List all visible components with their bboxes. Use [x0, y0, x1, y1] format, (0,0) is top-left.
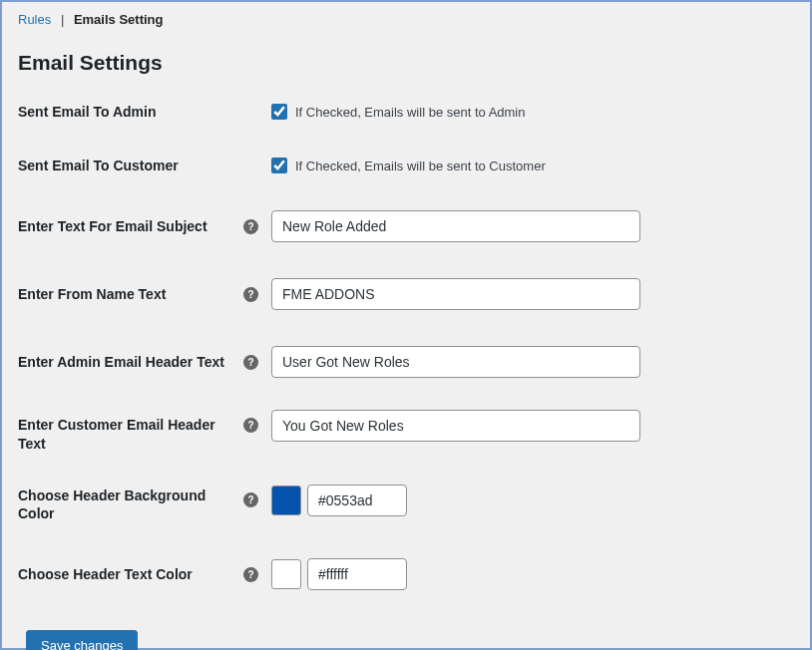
page-title: Email Settings: [2, 33, 810, 85]
row-sent-email-admin: Sent Email To Admin If Checked, Emails w…: [18, 85, 794, 139]
input-from-name[interactable]: [271, 278, 640, 310]
desc-sent-email-customer: If Checked, Emails will be sent to Custo…: [295, 159, 546, 173]
label-header-text-color: Choose Header Text Color: [18, 565, 243, 583]
row-email-subject: Enter Text For Email Subject ?: [18, 192, 794, 260]
input-email-subject[interactable]: [271, 210, 640, 242]
row-from-name: Enter From Name Text ?: [18, 260, 794, 328]
label-from-name: Enter From Name Text: [18, 285, 243, 303]
label-admin-header: Enter Admin Email Header Text: [18, 353, 243, 371]
input-admin-header[interactable]: [271, 346, 640, 378]
save-button[interactable]: Save changes: [26, 630, 138, 650]
row-header-text-color: Choose Header Text Color ?: [18, 540, 794, 608]
input-header-text-color[interactable]: [307, 558, 407, 590]
tab-separator: |: [61, 12, 64, 27]
email-settings-panel: Rules | Emails Setting Email Settings Se…: [0, 0, 812, 650]
tab-rules[interactable]: Rules: [18, 12, 51, 27]
help-icon[interactable]: ?: [243, 567, 258, 582]
tab-emails-setting[interactable]: Emails Setting: [74, 12, 164, 27]
help-icon[interactable]: ?: [243, 219, 258, 234]
checkbox-sent-email-admin[interactable]: [271, 104, 287, 120]
help-icon[interactable]: ?: [243, 287, 258, 302]
input-customer-header[interactable]: [271, 410, 640, 442]
help-icon[interactable]: ?: [243, 355, 258, 370]
label-email-subject: Enter Text For Email Subject: [18, 217, 243, 235]
settings-form: Sent Email To Admin If Checked, Emails w…: [2, 85, 810, 608]
label-customer-header: Enter Customer Email Header Text: [18, 410, 243, 452]
help-icon[interactable]: ?: [243, 492, 258, 507]
checkbox-sent-email-customer[interactable]: [271, 158, 287, 173]
input-header-bg-color[interactable]: [307, 485, 407, 516]
save-row: Save changes: [2, 608, 810, 650]
swatch-header-bg[interactable]: [271, 486, 301, 515]
tab-nav: Rules | Emails Setting: [2, 2, 810, 33]
row-header-bg-color: Choose Header Background Color ?: [18, 471, 794, 540]
label-header-bg-color: Choose Header Background Color: [18, 485, 243, 522]
swatch-header-text[interactable]: [271, 559, 301, 589]
row-customer-header: Enter Customer Email Header Text ?: [18, 396, 794, 470]
row-sent-email-customer: Sent Email To Customer If Checked, Email…: [18, 139, 794, 192]
label-sent-email-admin: Sent Email To Admin: [18, 103, 243, 121]
row-admin-header: Enter Admin Email Header Text ?: [18, 328, 794, 396]
help-icon[interactable]: ?: [243, 418, 258, 433]
label-sent-email-customer: Sent Email To Customer: [18, 157, 243, 174]
desc-sent-email-admin: If Checked, Emails will be sent to Admin: [295, 105, 526, 120]
